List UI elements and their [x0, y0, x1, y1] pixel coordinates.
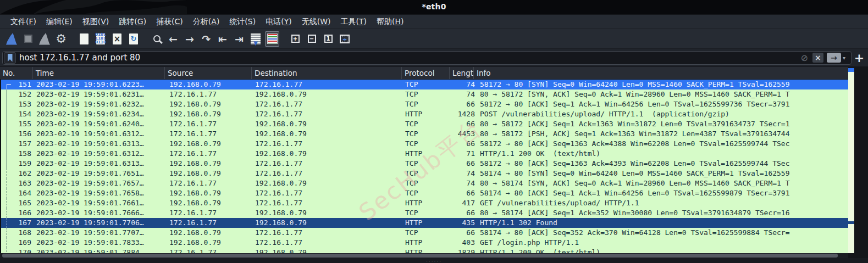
column-header-src[interactable]: Source — [165, 67, 252, 79]
find-packet-icon[interactable] — [150, 31, 164, 47]
packet-row-158[interactable]: 1582023-02-19 19:59:01.6312…172.16.1.771… — [1, 149, 848, 159]
capture-options-icon[interactable]: ⚙ — [54, 31, 68, 47]
cell-info: HTTP/1.1 302 Found — [475, 218, 848, 228]
menu-item-go[interactable]: 跳转(G) — [114, 15, 151, 29]
packet-row-153[interactable]: 1532023-02-19 19:59:01.6232…192.168.0.79… — [1, 99, 848, 109]
normal-size-icon[interactable]: 1 — [321, 31, 335, 47]
related-packet-marker — [7, 238, 11, 248]
go-back-icon[interactable]: ← — [166, 31, 180, 47]
related-packet-marker — [7, 218, 11, 228]
cell-source: 172.16.1.77 — [166, 208, 253, 218]
column-header-time[interactable]: Time — [33, 67, 165, 79]
first-packet-icon[interactable]: ⇤ — [215, 31, 230, 47]
colorize-icon[interactable] — [265, 31, 279, 47]
menu-item-statistics[interactable]: 统计(S) — [224, 15, 261, 29]
cell-info: 58174 → 80 [ACK] Seq=1 Ack=1 Win=64256 L… — [475, 188, 848, 198]
display-filter-input[interactable]: host 172.16.1.77 and port 80 ⊘ × → ▾ — [2, 51, 852, 65]
packet-row-151[interactable]: 1512023-02-19 19:59:01.6223…192.168.0.79… — [1, 80, 848, 89]
cell-time: 2023-02-19 19:59:01.7651… — [33, 169, 166, 178]
packet-row-170[interactable]: 1702023-02-19 19:59:01.7884…172.16.1.771… — [1, 248, 848, 253]
filter-bookmark-icon[interactable] — [4, 52, 16, 64]
save-file-icon[interactable]: 0101 1101 0110 — [93, 31, 108, 47]
column-header-info[interactable]: Info — [474, 67, 848, 79]
column-header-no[interactable]: No. — [0, 67, 33, 79]
packet-row-155[interactable]: 1552023-02-19 19:59:01.6240…172.16.1.771… — [1, 119, 848, 129]
filter-dropdown-caret-icon[interactable]: ▾ — [843, 55, 845, 61]
horizontal-scrollbar[interactable] — [0, 253, 848, 258]
restart-capture-icon[interactable] — [37, 31, 52, 47]
auto-scroll-icon[interactable] — [248, 31, 263, 47]
menu-item-wireless[interactable]: 无线(W) — [297, 15, 336, 29]
packet-row-164[interactable]: 1642023-02-19 19:59:01.7658…192.168.0.79… — [1, 188, 848, 198]
scrollbar-selected-mark — [848, 68, 854, 72]
wireshark-window: *eth0 文件(F)编辑(E)视图(V)跳转(G)捕获(C)分析(A)统计(S… — [0, 0, 868, 263]
packet-list-header: No.TimeSourceDestinationProtocolLengthIn… — [0, 67, 848, 80]
column-header-len[interactable]: Length — [450, 67, 474, 79]
cell-info: 58174 → 80 [ACK] Seq=352 Ack=370 Win=641… — [475, 228, 848, 238]
cell-source: 192.168.0.79 — [166, 238, 253, 248]
filter-apply-icon[interactable]: → — [827, 53, 841, 63]
start-capture-icon[interactable] — [4, 31, 19, 47]
cell-source: 192.168.0.79 — [166, 80, 253, 89]
menu-item-telephony[interactable]: 电话(Y) — [261, 15, 297, 29]
resize-columns-icon[interactable] — [338, 31, 352, 47]
menu-item-tools[interactable]: 工具(T) — [335, 15, 372, 29]
filter-value[interactable]: host 172.16.1.77 and port 80 — [19, 53, 797, 63]
packet-row-163[interactable]: 1632023-02-19 19:59:01.7657…172.16.1.771… — [1, 178, 848, 188]
cell-destination: 192.168.0.79 — [253, 149, 403, 159]
packet-list-pane: No.TimeSourceDestinationProtocolLengthIn… — [0, 67, 868, 263]
stop-capture-icon[interactable] — [21, 31, 35, 47]
cell-protocol: TCP — [403, 169, 451, 178]
zoom-in-icon[interactable]: + — [288, 31, 302, 47]
packet-row-162[interactable]: 1622023-02-19 19:59:01.7651…192.168.0.79… — [1, 169, 848, 178]
menu-item-view[interactable]: 视图(V) — [78, 15, 114, 29]
last-packet-icon[interactable]: ⇥ — [232, 31, 246, 47]
cell-destination: 172.16.1.77 — [253, 228, 403, 238]
packet-row-168[interactable]: 1682023-02-19 19:59:01.7707…192.168.0.79… — [1, 228, 848, 238]
filter-add-button[interactable]: + — [854, 51, 865, 65]
packet-row-167[interactable]: 1672023-02-19 19:59:01.7706…172.16.1.771… — [1, 218, 848, 228]
menu-item-analyze[interactable]: 分析(A) — [188, 15, 225, 29]
menu-item-file[interactable]: 文件(F) — [5, 15, 41, 29]
column-header-proto[interactable]: Protocol — [402, 67, 450, 79]
cell-protocol: TCP — [403, 119, 451, 129]
go-forward-icon[interactable]: → — [183, 31, 197, 47]
cell-no: 163 — [1, 178, 33, 188]
column-header-dst[interactable]: Destination — [252, 67, 402, 79]
related-packet-marker — [7, 129, 11, 139]
cell-destination: 172.16.1.77 — [253, 80, 403, 89]
related-packet-marker — [7, 178, 11, 188]
menu-item-capture[interactable]: 捕获(C) — [151, 15, 188, 29]
menu-bar: 文件(F)编辑(E)视图(V)跳转(G)捕获(C)分析(A)统计(S)电话(Y)… — [0, 14, 868, 29]
menu-item-help[interactable]: 帮助(H) — [372, 15, 408, 29]
toolbar-separator — [70, 31, 77, 47]
cell-protocol: TCP — [403, 99, 451, 109]
go-to-packet-icon[interactable]: ↷ — [199, 31, 213, 47]
cell-source: 172.16.1.77 — [166, 129, 253, 139]
packet-row-156[interactable]: 1562023-02-19 19:59:01.6312…172.16.1.771… — [1, 129, 848, 139]
cell-info: 80 → 58172 [PSH, ACK] Seq=1 Ack=1363 Win… — [475, 129, 848, 139]
cell-destination: 192.168.0.79 — [253, 129, 403, 139]
zoom-out-icon[interactable]: − — [305, 31, 319, 47]
cell-protocol: TCP — [403, 139, 451, 149]
cell-no: 162 — [1, 169, 33, 178]
packet-row-157[interactable]: 1572023-02-19 19:59:01.6313…192.168.0.79… — [1, 139, 848, 149]
filter-clear-icon[interactable]: × — [812, 53, 823, 63]
packet-row-169[interactable]: 1692023-02-19 19:59:01.7833…192.168.0.79… — [1, 238, 848, 248]
close-file-icon[interactable]: × — [110, 31, 124, 47]
packet-row-165[interactable]: 1652023-02-19 19:59:01.7661…192.168.0.79… — [1, 198, 848, 208]
related-packet-marker — [7, 89, 11, 99]
packet-row-152[interactable]: 1522023-02-19 19:59:01.6231…172.16.1.771… — [1, 89, 848, 99]
menu-item-edit[interactable]: 编辑(E) — [41, 15, 78, 29]
pane-splitter[interactable]: ······ — [0, 258, 868, 263]
packet-row-159[interactable]: 1592023-02-19 19:59:01.6313…192.168.0.79… — [1, 159, 848, 169]
cell-time: 2023-02-19 19:59:01.7658… — [33, 188, 166, 198]
cell-time: 2023-02-19 19:59:01.6223… — [33, 80, 166, 89]
vertical-scrollbar[interactable] — [848, 68, 854, 253]
packet-row-166[interactable]: 1662023-02-19 19:59:01.7666…172.16.1.771… — [1, 208, 848, 218]
splitter-handle[interactable]: ······ — [426, 260, 442, 263]
reload-file-icon[interactable]: ↻ — [126, 31, 141, 47]
horizontal-scrollbar-thumb[interactable] — [2, 254, 838, 258]
open-file-icon[interactable] — [77, 31, 91, 47]
packet-row-154[interactable]: 1542023-02-19 19:59:01.6234…192.168.0.79… — [1, 109, 848, 119]
